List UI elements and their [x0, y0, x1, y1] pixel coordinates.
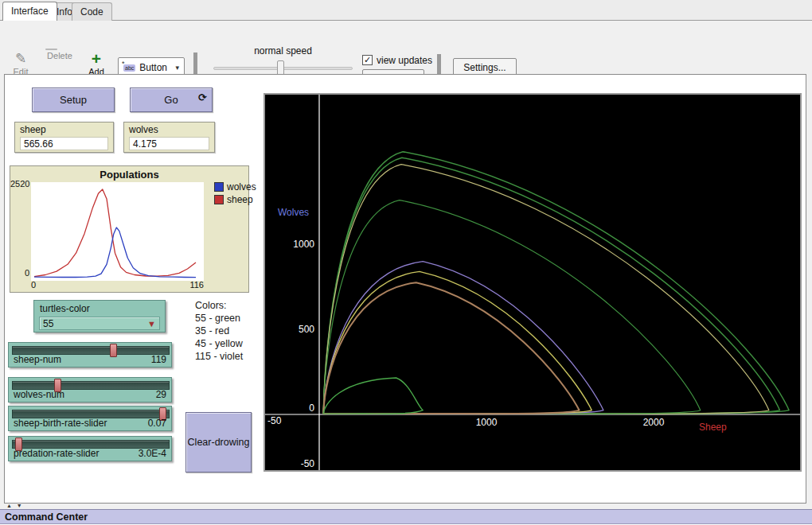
- colors-note-line: 45 - yellow: [195, 337, 267, 350]
- sheep-monitor-label: sheep: [20, 124, 46, 135]
- sheep-monitor-value: 565.66: [20, 137, 108, 150]
- slider-handle[interactable]: [110, 344, 117, 357]
- svg-text:0: 0: [309, 402, 314, 414]
- colors-note-line: 115 - violet: [195, 350, 267, 363]
- sheep-birth-rate-slider[interactable]: sheep-birth-rate-slider 0.07: [8, 406, 172, 431]
- sheep-monitor: sheep 565.66: [14, 122, 114, 153]
- svg-text:-50: -50: [301, 458, 315, 469]
- delete-button[interactable]: Delete: [44, 51, 76, 60]
- wolves-num-slider[interactable]: wolves-num 29: [8, 377, 172, 402]
- command-center-title: Command Center: [5, 511, 88, 523]
- tab-code[interactable]: Code: [72, 2, 112, 21]
- phase-plot: 1000500010002000-50-50SheepWolves: [264, 93, 802, 472]
- svg-text:Wolves: Wolves: [278, 207, 309, 218]
- turtles-color-chooser[interactable]: turtles-color 55 ▼: [33, 300, 166, 332]
- wolves-monitor-label: wolves: [129, 124, 158, 135]
- chooser-label: turtles-color: [40, 303, 90, 314]
- colors-note-line: 55 - green: [195, 312, 267, 325]
- plot-title: Populations: [10, 169, 248, 181]
- widget-type-value: Button: [139, 62, 167, 73]
- setup-button[interactable]: Setup: [32, 88, 115, 112]
- add-button[interactable]: + Add: [84, 51, 109, 76]
- plus-icon: +: [84, 51, 109, 67]
- colors-note-title: Colors:: [195, 299, 267, 312]
- chevron-down-icon: ▾: [175, 64, 179, 72]
- speed-slider-label: normal speed: [213, 45, 353, 56]
- legend-item-wolves: wolves: [214, 181, 256, 192]
- go-button[interactable]: Go ⟳: [130, 88, 213, 112]
- sheep-num-slider[interactable]: sheep-num 119: [8, 342, 172, 368]
- wolves-legend-swatch: [214, 182, 224, 192]
- svg-text:Sheep: Sheep: [699, 422, 727, 433]
- view-updates-checkbox[interactable]: ✓: [362, 55, 373, 65]
- tab-interface[interactable]: Interface: [2, 2, 57, 21]
- svg-text:1000: 1000: [476, 417, 498, 428]
- forever-icon: ⟳: [198, 86, 207, 109]
- populations-plot: Populations wolves sheep 2520 0 0 116: [10, 165, 249, 293]
- toolbar: ✎ Edit Delete + Add * abc Button ▾ norma…: [0, 21, 812, 74]
- clear-drawing-button[interactable]: Clear-drowing: [185, 412, 252, 472]
- y-axis-min-label: 0: [14, 268, 29, 278]
- y-axis-max-label: 2520: [10, 179, 29, 189]
- command-center-splitter[interactable]: ▲ ▼: [6, 503, 24, 508]
- svg-text:2000: 2000: [643, 417, 665, 428]
- x-axis-min-label: 0: [31, 280, 36, 290]
- pencil-icon: ✎: [8, 51, 33, 67]
- populations-chart-canvas: [31, 182, 204, 281]
- phase-plot-canvas: 1000500010002000-50-50SheepWolves: [265, 95, 800, 470]
- command-center-bar[interactable]: Command Center: [0, 509, 812, 524]
- abc-widget-icon: * abc: [123, 64, 135, 72]
- predation-rate-slider[interactable]: predation-rate-slider 3.0E-4: [8, 436, 172, 461]
- chooser-value-box[interactable]: 55 ▼: [39, 317, 160, 330]
- view-updates-label: view updates: [377, 55, 432, 66]
- sheep-legend-swatch: [214, 195, 224, 204]
- x-axis-max-label: 116: [170, 280, 204, 290]
- delete-label: Delete: [47, 51, 72, 60]
- colors-note-line: 35 - red: [195, 325, 267, 337]
- tab-bar: Interface Info Code: [0, 0, 812, 21]
- chooser-arrow-icon: ▼: [147, 319, 156, 329]
- colors-note: Colors: 55 - green 35 - red 45 - yellow …: [195, 299, 267, 363]
- wolves-monitor: wolves 4.175: [123, 122, 215, 153]
- wolves-monitor-value: 4.175: [129, 137, 209, 150]
- svg-text:500: 500: [299, 324, 314, 335]
- svg-text:-50: -50: [267, 415, 282, 426]
- edit-button[interactable]: ✎ Edit: [8, 51, 33, 76]
- legend-item-sheep: sheep: [214, 194, 253, 205]
- svg-text:1000: 1000: [293, 239, 314, 250]
